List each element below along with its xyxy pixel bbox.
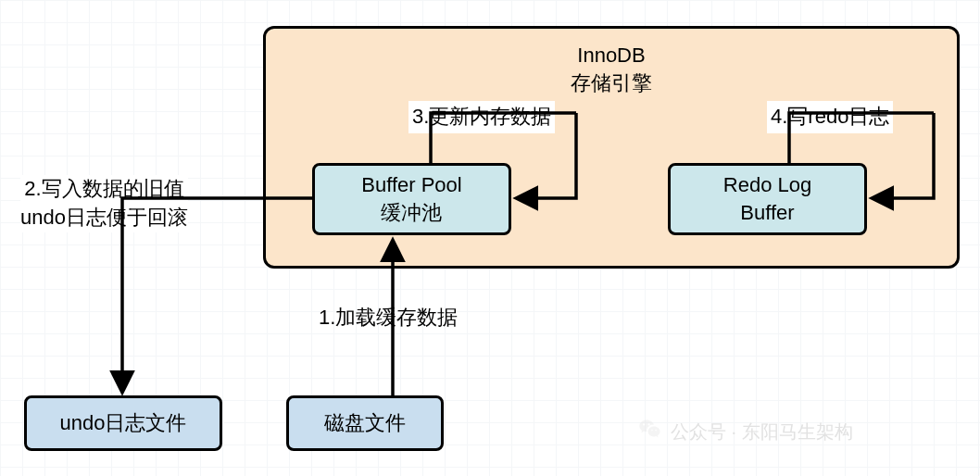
step2-label: 2.写入数据的旧值 undo日志便于回滚 — [20, 175, 188, 232]
step2-line2: undo日志便于回滚 — [20, 204, 188, 232]
redo-log-line1: Redo Log — [723, 171, 811, 199]
undo-file-box: undo日志文件 — [24, 395, 222, 451]
step2-line1: 2.写入数据的旧值 — [20, 175, 188, 204]
buffer-pool-line1: Buffer Pool — [361, 171, 461, 199]
redo-log-buffer-box: Redo Log Buffer — [668, 163, 867, 235]
step3-label: 3.更新内存数据 — [408, 101, 555, 133]
disk-file-label: 磁盘文件 — [324, 409, 406, 437]
step4-label: 4.写redo日志 — [767, 101, 893, 133]
watermark: 公众号 · 东阳马生架构 — [637, 417, 853, 447]
step1-label: 1.加载缓存数据 — [319, 304, 458, 332]
undo-file-label: undo日志文件 — [60, 409, 187, 437]
buffer-pool-line2: 缓冲池 — [361, 199, 461, 227]
buffer-pool-box: Buffer Pool 缓冲池 — [312, 163, 511, 235]
redo-log-line2: Buffer — [723, 199, 811, 227]
innodb-title-line2: 存储引擎 — [266, 69, 957, 97]
wechat-icon — [637, 417, 663, 447]
innodb-title-line1: InnoDB — [266, 42, 957, 69]
watermark-text: 公众号 · 东阳马生架构 — [671, 420, 853, 445]
disk-file-box: 磁盘文件 — [286, 395, 444, 451]
